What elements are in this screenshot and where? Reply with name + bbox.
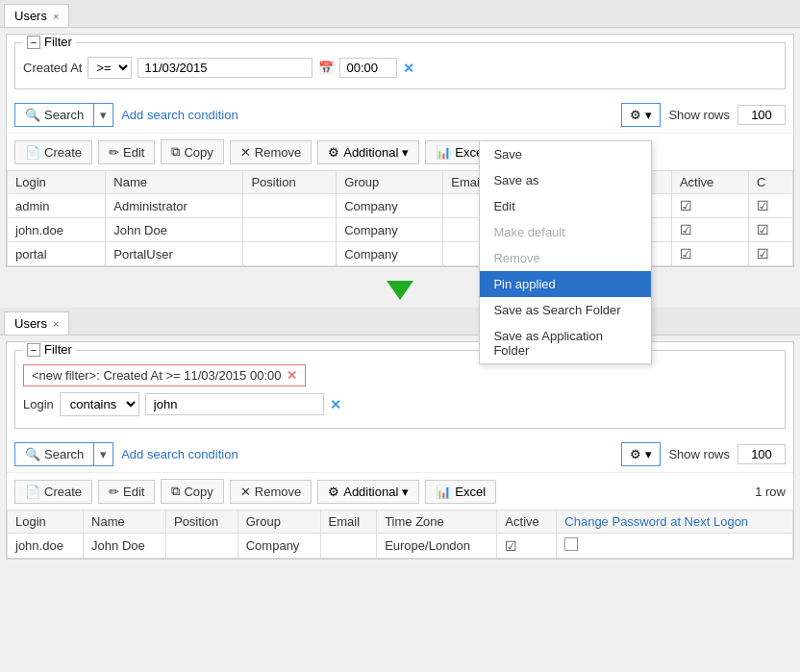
top-right-controls: ⚙ ▾ Save Save as Edit Make default Remov… — [621, 103, 786, 127]
top-filter-collapse-icon[interactable]: − — [27, 36, 40, 49]
table-row[interactable]: john.doe John Doe Company Europe/London … — [8, 534, 793, 559]
bottom-search-label: Search — [44, 447, 84, 461]
top-show-rows-label: Show rows — [668, 108, 730, 122]
top-filter-date-input[interactable] — [138, 58, 312, 78]
bottom-filter-tag-remove-icon[interactable]: ✕ — [287, 368, 297, 383]
bottom-tab-close-icon[interactable]: × — [53, 318, 59, 330]
bottom-data-table: Login Name Position Group Email Time Zon… — [7, 510, 793, 559]
bottom-gear-button[interactable]: ⚙ ▾ — [621, 442, 661, 466]
cell-login: john.doe — [8, 534, 84, 559]
bottom-col-active: Active — [497, 510, 557, 534]
cell-name: Administrator — [106, 194, 243, 218]
cell-position — [243, 218, 337, 242]
top-search-button[interactable]: 🔍 Search ▾ — [14, 103, 113, 127]
top-filter-operator[interactable]: >= — [88, 57, 132, 79]
cell-position — [243, 194, 337, 218]
top-edit-button[interactable]: ✏ Edit — [98, 140, 155, 164]
bottom-search-button[interactable]: 🔍 Search ▾ — [14, 442, 113, 466]
cell-active: ☑ — [671, 218, 748, 242]
top-excel-icon: 📊 — [436, 145, 451, 160]
bottom-filter-tag-text: <new filter>: Created At >= 11/03/2015 0… — [32, 368, 281, 383]
top-create-button[interactable]: 📄 Create — [14, 140, 92, 164]
top-additional-button[interactable]: ⚙ Additional ▾ — [317, 140, 419, 164]
bottom-gear-dropdown-arrow[interactable]: ▾ — [641, 447, 652, 461]
bottom-filter-collapse-icon[interactable]: − — [27, 343, 40, 357]
bottom-filter-legend: − Filter — [23, 342, 76, 357]
bottom-toolbar: 📄 Create ✏ Edit ⧉ Copy ✕ Remove ⚙ Additi… — [7, 472, 793, 510]
cell-active: ☑ — [671, 242, 748, 266]
cell-active: ☑ — [671, 194, 748, 218]
cell-position — [243, 242, 337, 266]
top-edit-icon: ✏ — [109, 145, 119, 160]
cell-c: ☑ — [749, 194, 793, 218]
top-data-table: Login Name Position Group Email Time Zon… — [7, 170, 793, 266]
bottom-users-tab[interactable]: Users × — [4, 311, 69, 335]
dropdown-save-app-folder[interactable]: Save as Application Folder — [480, 323, 651, 363]
cell-login: admin — [8, 194, 106, 218]
top-tab-close-icon[interactable]: × — [53, 11, 59, 22]
table-row[interactable]: john.doe John Doe Company Europe/London … — [8, 218, 793, 242]
bottom-create-button[interactable]: 📄 Create — [14, 480, 92, 504]
bottom-gear-icon: ⚙ — [630, 447, 641, 461]
bottom-add-condition-link[interactable]: Add search condition — [121, 447, 238, 461]
top-col-position: Position — [243, 171, 337, 194]
cell-group: Company — [238, 534, 320, 559]
bottom-col-timezone: Time Zone — [377, 510, 497, 534]
bottom-filter-legend-label: Filter — [44, 342, 72, 357]
dropdown-remove: Remove — [480, 245, 651, 271]
bottom-search-main[interactable]: 🔍 Search — [15, 443, 94, 465]
top-gear-button[interactable]: ⚙ ▾ Save Save as Edit Make default Remov… — [621, 103, 661, 127]
top-search-dropdown-arrow[interactable]: ▾ — [94, 104, 112, 126]
top-gear-icon: ⚙ — [630, 108, 641, 122]
bottom-col-name: Name — [84, 510, 166, 534]
bottom-search-dropdown-arrow[interactable]: ▾ — [94, 443, 112, 465]
top-tab-bar: Users × — [0, 0, 800, 28]
bottom-create-icon: 📄 — [25, 485, 40, 499]
top-rows-input[interactable] — [738, 105, 786, 125]
bottom-tab-label: Users — [14, 316, 47, 331]
top-search-main[interactable]: 🔍 Search — [15, 104, 94, 126]
top-search-bar: 🔍 Search ▾ Add search condition ⚙ ▾ Save… — [7, 97, 793, 133]
bottom-table-header-row: Login Name Position Group Email Time Zon… — [8, 510, 793, 534]
bottom-copy-button[interactable]: ⧉ Copy — [161, 479, 223, 504]
dropdown-save-as[interactable]: Save as — [480, 167, 651, 193]
dropdown-save-search-folder[interactable]: Save as Search Folder — [480, 297, 651, 323]
top-gear-dropdown-arrow[interactable]: ▾ — [641, 108, 652, 122]
bottom-condition-operator[interactable]: contains — [60, 392, 139, 416]
cell-position — [165, 534, 238, 559]
top-users-tab[interactable]: Users × — [4, 4, 69, 27]
top-table-header-row: Login Name Position Group Email Time Zon… — [8, 171, 793, 194]
bottom-edit-icon: ✏ — [109, 485, 119, 499]
bottom-excel-icon: 📊 — [436, 485, 451, 499]
bottom-excel-button[interactable]: 📊 Excel — [425, 480, 496, 504]
cell-c: ☑ — [749, 218, 793, 242]
table-row[interactable]: portal PortalUser Company ☑ ☑ — [8, 242, 793, 266]
top-filter-clear-icon[interactable]: ✕ — [403, 61, 414, 76]
top-panel: − Filter Created At >= 📅 ✕ 🔍 Search ▾ Ad… — [6, 34, 794, 267]
bottom-edit-button[interactable]: ✏ Edit — [98, 480, 155, 504]
bottom-condition-value-input[interactable] — [145, 393, 324, 415]
cell-group: Company — [337, 194, 443, 218]
top-col-c: C — [749, 171, 793, 194]
dropdown-pin-applied[interactable]: Pin applied — [480, 271, 651, 297]
top-remove-icon: ✕ — [240, 145, 251, 160]
bottom-rows-input[interactable] — [738, 444, 786, 464]
dropdown-save[interactable]: Save — [480, 141, 651, 167]
top-filter-calendar-icon[interactable]: 📅 — [318, 61, 334, 75]
bottom-col-login: Login — [8, 510, 84, 534]
bottom-condition-clear-icon[interactable]: ✕ — [330, 397, 341, 412]
top-filter-time-input[interactable] — [339, 58, 397, 78]
bottom-remove-button[interactable]: ✕ Remove — [230, 480, 312, 504]
top-add-condition-link[interactable]: Add search condition — [121, 108, 238, 122]
top-copy-button[interactable]: ⧉ Copy — [161, 139, 223, 164]
top-remove-button[interactable]: ✕ Remove — [230, 140, 312, 164]
bottom-condition-row: Login contains ✕ — [23, 388, 777, 420]
table-row[interactable]: admin Administrator Company ☑ ☑ — [8, 194, 793, 218]
down-arrow-container — [0, 273, 800, 308]
cell-name: John Doe — [106, 218, 243, 242]
cell-login: portal — [8, 242, 106, 266]
bottom-additional-button[interactable]: ⚙ Additional ▾ — [317, 480, 419, 504]
top-filter-field-label: Created At — [23, 61, 82, 75]
top-additional-arrow-icon: ▾ — [402, 145, 409, 160]
dropdown-edit[interactable]: Edit — [480, 193, 651, 219]
